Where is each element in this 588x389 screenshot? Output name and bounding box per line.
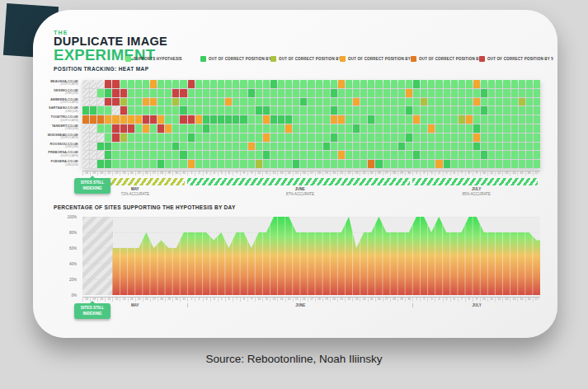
axis-tick-label: 20: [330, 171, 337, 176]
heatmap-cell: [172, 98, 179, 106]
axis-tick-label: 5: [218, 171, 225, 176]
heatmap-cell: [444, 160, 450, 168]
heatmap-cell: [368, 115, 374, 124]
heatmap-cell: [323, 160, 330, 168]
axis-tick-label: 8: [465, 171, 473, 176]
heatmap-cell: [158, 124, 164, 133]
heatmap-cell: [180, 106, 186, 115]
heatmap-cell: [466, 160, 473, 168]
heatmap-cell: [300, 106, 307, 115]
site-label: DESIMO.CO.UK(UNIQUE): [33, 89, 81, 98]
heatmap-cell: [503, 151, 510, 159]
heatmap-cell: [300, 151, 307, 159]
heatmap-cell: [112, 89, 119, 97]
heatmap-cell: [135, 89, 142, 97]
heatmap-cell: [413, 89, 420, 97]
heatmap-cell: [488, 80, 495, 88]
heatmap-cell: [331, 134, 337, 142]
heatmap-cell: [534, 106, 540, 115]
heatmap-cell: [481, 134, 487, 142]
area-chart-month-labels: MAYJUNEJULY: [82, 303, 540, 307]
heatmap-cell: [368, 124, 374, 133]
heatmap-cell: [526, 115, 533, 124]
heatmap-cell: [188, 143, 195, 151]
heatmap-cell: [338, 80, 345, 88]
heatmap-cell: [128, 80, 134, 88]
heatmap-cell: [180, 134, 186, 142]
axis-tick-label: 18: [315, 171, 322, 176]
heatmap-cell: [346, 151, 352, 159]
heatmap-cell: [316, 124, 322, 133]
heatmap-cell: [90, 106, 96, 115]
heatmap-cell: [143, 89, 149, 97]
axis-tick-label: 14: [285, 171, 293, 176]
heatmap-cell: [331, 160, 337, 168]
heatmap-cell: [451, 98, 458, 106]
heatmap-cell: [346, 106, 352, 115]
heatmap-cell: [300, 89, 307, 97]
heatmap-cell: [248, 124, 255, 133]
axis-tick-label: 26: [143, 171, 150, 176]
heatmap-cell: [391, 151, 397, 159]
heatmap-cell: [360, 134, 367, 142]
heatmap-cell: [323, 115, 330, 124]
heatmap-cell: [526, 143, 533, 151]
heatmap-cell: [112, 106, 119, 115]
heatmap-cell: [82, 134, 89, 142]
area-series: [112, 217, 540, 295]
heatmap-cell: [526, 124, 533, 133]
heatmap-cell: [165, 151, 172, 159]
heatmap-cell: [233, 115, 239, 124]
heatmap-cell: [346, 115, 352, 124]
heatmap-cell: [256, 160, 262, 168]
axis-tick-label: 5: [443, 298, 450, 302]
heatmap-cell: [421, 151, 427, 159]
axis-tick-label: 27: [383, 171, 390, 176]
heatmap-cell: [383, 124, 390, 133]
heatmap-cell: [451, 115, 458, 124]
heatmap-cell: [112, 115, 119, 124]
heatmap-cell: [240, 80, 247, 88]
heatmap-cell: [406, 106, 412, 115]
heatmap-cell: [338, 115, 345, 124]
axis-tick-label: 17: [533, 298, 540, 302]
heatmap-cell: [519, 160, 525, 168]
heatmap-cell: [233, 160, 239, 168]
heatmap-cell: [435, 80, 442, 88]
heatmap-cell: [256, 98, 262, 106]
heatmap-cell: [233, 106, 239, 115]
heatmap-cell: [534, 124, 540, 133]
heatmap-cell: [360, 160, 367, 168]
heatmap-cell: [165, 160, 172, 168]
heatmap-cell: [285, 124, 292, 133]
heatmap-cell: [391, 134, 397, 142]
legend-item: OUT OF CORRECT POSITION BY 5: [479, 56, 553, 62]
axis-tick-label: 10: [255, 298, 262, 302]
area-chart-svg: [82, 217, 540, 295]
heatmap-cell: [263, 89, 270, 97]
heatmap-cell: [511, 115, 518, 124]
axis-tick-label: 1: [412, 298, 420, 302]
heatmap-cell: [503, 98, 510, 106]
heatmap-cell: [459, 134, 465, 142]
month-accuracy-label: JULY85% ACCURATE: [412, 187, 540, 196]
axis-tick-label: 25: [135, 298, 143, 302]
heatmap-cell: [278, 151, 285, 159]
y-axis-label: 20%: [69, 278, 77, 282]
heatmap-cell: [496, 143, 502, 151]
heatmap-cell: [413, 80, 420, 88]
axis-tick-label: 17: [308, 298, 315, 302]
heatmap-cell: [391, 89, 397, 97]
heatmap-cell: [256, 151, 262, 159]
heatmap-cell: [120, 115, 127, 124]
heatmap-cell: [143, 106, 149, 115]
heatmap-cell: [375, 89, 382, 97]
heatmap-cell: [481, 143, 487, 151]
heatmap-cell: [225, 115, 232, 124]
heatmap-cell: [218, 115, 224, 124]
heatmap-cell: [240, 89, 247, 97]
heatmap-cell: [383, 134, 390, 142]
heatmap-cell: [158, 98, 164, 106]
heatmap-cell: [413, 143, 420, 151]
heatmap-cell: [105, 124, 111, 133]
